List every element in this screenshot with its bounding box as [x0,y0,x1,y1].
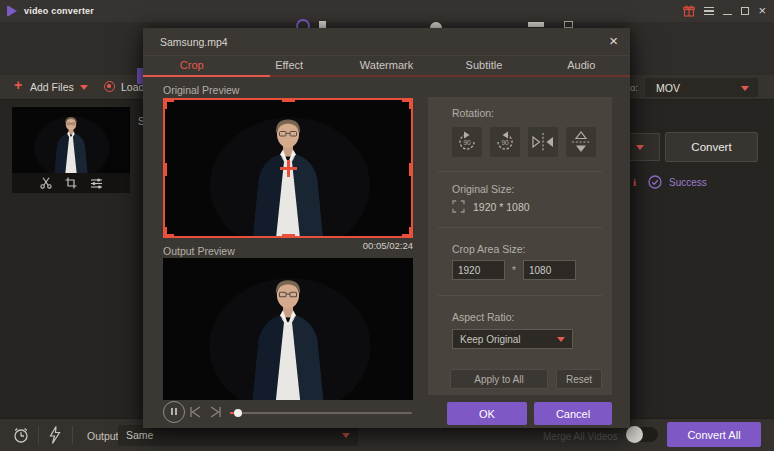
rotation-label: Rotation: [452,107,494,119]
app-title: video converter [24,6,94,16]
format-caret-icon [741,86,749,91]
original-size-label: Original Size: [452,183,514,195]
app-logo-icon [7,5,17,17]
load-dvd-icon [104,81,115,92]
aspect-ratio-select[interactable]: Keep Original [452,329,573,349]
flip-horizontal-button[interactable] [528,127,558,157]
success-label: Success [669,177,707,188]
flip-vertical-icon [566,127,596,157]
flip-vertical-button[interactable] [566,127,596,157]
dialog-titlebar: Samsung.mp4 × [143,28,630,56]
output-format-value: MOV [656,82,680,94]
maximize-button[interactable] [741,7,749,15]
size-separator: * [512,265,516,276]
thumbnail-toolbar [12,173,130,193]
dialog-tabs: Crop Effect Watermark Subtitle Audio [143,56,630,75]
nav-burn-icon [319,21,326,28]
gift-icon[interactable] [683,5,695,17]
edit-dialog: Samsung.mp4 × Crop Effect Watermark Subt… [143,28,630,428]
output-label: Output [87,430,119,442]
window-close-button[interactable]: × [758,6,766,16]
tab-subtitle[interactable]: Subtitle [435,56,532,75]
menu-icon[interactable] [704,7,714,15]
video-thumbnail [12,107,130,173]
add-files-caret-icon[interactable] [80,85,88,90]
output-preview [163,258,413,400]
flip-horizontal-icon [528,127,558,157]
playback-slider[interactable] [230,412,412,414]
trim-icon[interactable] [40,177,52,189]
aspect-caret-icon [557,337,565,342]
minimize-button[interactable] [723,14,732,16]
divider [438,295,602,296]
highspeed-icon[interactable] [48,426,62,444]
crop-icon[interactable] [65,177,77,189]
effects-icon[interactable] [90,178,103,189]
convert-button[interactable]: Convert [665,132,758,162]
nav-convert-icon [296,19,312,28]
output-path-select[interactable]: Same [118,425,358,446]
merge-all-toggle[interactable] [627,427,658,442]
next-frame-button[interactable] [209,406,222,418]
toggle-knob [626,426,643,443]
add-files-button[interactable]: Add Files [30,81,74,93]
prev-frame-button[interactable] [189,406,202,418]
output-format-select[interactable]: MOV [645,78,758,97]
active-tab-underline [143,75,270,77]
merge-all-label: Merge All Videos [543,431,618,442]
rotate-left-button[interactable]: 90 [452,127,482,157]
crop-area-label: Crop Area Size: [452,243,526,255]
divider [72,426,73,444]
titlebar: video converter × [0,0,774,22]
output-preview-label: Output Preview [163,245,235,257]
status-badge: Success [648,175,707,189]
app-window: video converter × + Add Files [0,0,774,451]
original-preview-label: Original Preview [163,84,239,96]
crop-width-input[interactable] [452,260,505,280]
dialog-close-button[interactable]: × [609,33,618,49]
divider [438,171,602,172]
divider [38,426,39,444]
rotate-right-button[interactable]: 90 [490,127,520,157]
aspect-ratio-label: Aspect Ratio: [452,311,514,323]
pause-button[interactable] [163,401,185,423]
video-thumbnail-card[interactable] [12,107,130,193]
slider-thumb[interactable] [234,409,242,417]
time-display: 00:05/02:24 [323,240,413,251]
schedule-icon[interactable] [12,426,30,444]
apply-to-all-button[interactable]: Apply to All [450,369,548,389]
row-format-caret-icon [636,145,644,150]
tab-effect[interactable]: Effect [240,56,337,75]
crop-selection-overlay[interactable] [163,98,413,238]
crop-height-input[interactable] [523,260,576,280]
ok-button[interactable]: OK [447,402,527,425]
divider [438,227,602,228]
success-check-icon [648,175,662,189]
original-size-value: 1920 * 1080 [473,201,530,213]
output-path-value: Same [126,429,153,441]
cancel-button[interactable]: Cancel [534,402,612,425]
add-files-plus-icon: + [14,78,22,92]
aspect-ratio-value: Keep Original [460,334,521,345]
tab-audio[interactable]: Audio [533,56,630,75]
info-icon[interactable]: i [633,176,636,188]
nav-toolbox-icon [564,21,573,28]
tab-watermark[interactable]: Watermark [338,56,435,75]
dimensions-icon [452,200,465,213]
output-caret-icon [342,433,350,438]
reset-button[interactable]: Reset [556,369,602,389]
tab-crop[interactable]: Crop [143,56,240,75]
dialog-title: Samsung.mp4 [160,36,228,48]
original-preview [163,98,413,238]
nav-transfer-icon [528,22,544,27]
convert-all-button[interactable]: Convert All [667,422,761,447]
crop-settings-panel: Rotation: 90 90 [428,97,612,395]
